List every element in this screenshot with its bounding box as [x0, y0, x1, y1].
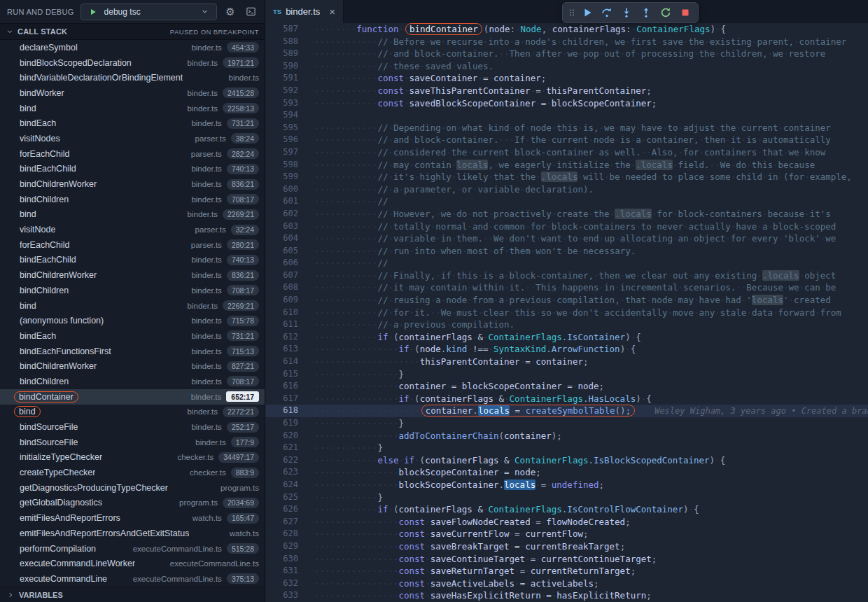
code-line[interactable]: 602············//·However,·we·do·not·pro…: [265, 208, 868, 220]
code-line[interactable]: 610············//·for·it.··We·must·clear…: [265, 307, 868, 319]
line-number[interactable]: 603: [265, 220, 298, 233]
line-number[interactable]: 601: [265, 195, 298, 208]
call-stack-frame[interactable]: bindVariableDeclarationOrBindingElementb…: [0, 70, 265, 85]
line-number[interactable]: 599: [265, 171, 298, 183]
code-line[interactable]: 603············//·totally·normal·and·com…: [265, 220, 868, 233]
code-line[interactable]: 611············//·a·previous·compilation…: [265, 318, 868, 331]
code-line[interactable]: 598············//·may·contain·locals,·we…: [265, 159, 868, 172]
line-number[interactable]: 632: [265, 578, 298, 590]
close-icon[interactable]: ×: [329, 6, 335, 17]
line-number[interactable]: 627: [265, 516, 298, 528]
line-number[interactable]: 624: [265, 479, 298, 491]
line-number[interactable]: 587: [265, 23, 298, 36]
editor-code[interactable]: 587········function·bindContainer(node:·…: [265, 23, 868, 602]
code-line[interactable]: 628················const·saveCurrentFlow…: [265, 528, 868, 540]
code-line[interactable]: 629················const·saveBreakTarget…: [265, 540, 868, 553]
code-line[interactable]: 600············//·a·parameter,·or·variab…: [265, 183, 868, 196]
line-number[interactable]: 597: [265, 146, 298, 159]
call-stack-frame[interactable]: getDiagnosticsProducingTypeCheckerprogra…: [0, 480, 265, 496]
call-stack-frame[interactable]: bindBlockScopedDeclarationbinder.ts1971:…: [0, 55, 265, 71]
call-stack-frame[interactable]: bindbinder.ts2269:21: [0, 207, 265, 223]
step-over-button[interactable]: [597, 4, 616, 21]
code-line[interactable]: 605············//·run·into·when·most·of·…: [265, 245, 868, 258]
line-number[interactable]: 617: [265, 393, 298, 405]
line-number[interactable]: 606: [265, 257, 298, 270]
code-line[interactable]: 621············}: [265, 442, 868, 454]
line-number[interactable]: 596: [265, 134, 298, 146]
continue-button[interactable]: [578, 4, 596, 21]
call-stack-frame[interactable]: forEachChildparser.ts282:24: [0, 146, 265, 162]
line-number[interactable]: 633: [265, 589, 298, 602]
call-stack-frame[interactable]: bindbinder.ts2258:13: [0, 101, 265, 116]
code-line[interactable]: 590············//·these·saved·values.: [265, 60, 868, 73]
step-into-button[interactable]: [617, 4, 636, 21]
call-stack-frame[interactable]: bindEachChildbinder.ts740:13: [0, 162, 265, 177]
call-stack-frame[interactable]: declareSymbolbinder.ts454:33: [0, 40, 265, 55]
line-number[interactable]: 609: [265, 294, 298, 307]
call-stack-frame[interactable]: performCompilationexecuteCommandLine.ts5…: [0, 541, 265, 556]
code-line[interactable]: 594: [265, 109, 868, 122]
line-number[interactable]: 618: [265, 405, 298, 417]
code-line[interactable]: 609············//·reusing·a·node·from·a·…: [265, 294, 868, 307]
line-number[interactable]: 619: [265, 417, 298, 430]
line-number[interactable]: 613: [265, 343, 298, 356]
line-number[interactable]: 614: [265, 356, 298, 368]
line-number[interactable]: 623: [265, 466, 298, 479]
code-line[interactable]: 591············const·saveContainer·=·con…: [265, 72, 868, 85]
line-number[interactable]: 592: [265, 85, 298, 97]
code-line[interactable]: 607············//·Finally,·if·this·is·a·…: [265, 270, 868, 282]
line-number[interactable]: 625: [265, 491, 298, 504]
line-number[interactable]: 589: [265, 48, 298, 60]
code-line[interactable]: 595············//·Depending·on·what·kind…: [265, 122, 868, 134]
line-number[interactable]: 588: [265, 36, 298, 48]
line-number[interactable]: 612: [265, 331, 298, 344]
line-number[interactable]: 594: [265, 109, 298, 122]
code-line[interactable]: 589············//·and·block-container.··…: [265, 48, 868, 60]
line-number[interactable]: 590: [265, 60, 298, 73]
call-stack-frame[interactable]: bindEachFunctionsFirstbinder.ts715:13: [0, 344, 265, 359]
call-stack-frame[interactable]: bindEachbinder.ts731:21: [0, 328, 265, 344]
call-stack-frame[interactable]: bindChildrenWorkerbinder.ts827:21: [0, 358, 265, 374]
call-stack-frame[interactable]: bindSourceFilebinder.ts252:17: [0, 419, 265, 435]
call-stack-frame[interactable]: bindContainerbinder.ts652:17: [0, 389, 265, 405]
code-line[interactable]: 593············const·savedBlockScopeCont…: [265, 97, 868, 110]
call-stack-frame[interactable]: bindEachbinder.ts731:21: [0, 115, 265, 131]
code-line[interactable]: 617················if·(containerFlags·&·…: [265, 393, 868, 405]
call-stack-frame[interactable]: bindbinder.ts2269:21: [0, 298, 265, 314]
line-number[interactable]: 598: [265, 159, 298, 172]
code-line[interactable]: 608············//·it·may·contain·within·…: [265, 281, 868, 294]
call-stack-frame[interactable]: forEachChildparser.ts280:21: [0, 237, 265, 253]
line-number[interactable]: 593: [265, 97, 298, 110]
call-stack-frame[interactable]: bindChildrenbinder.ts708:17: [0, 283, 265, 298]
code-line[interactable]: 588············//·Before·we·recurse·into…: [265, 36, 868, 48]
line-number[interactable]: 620: [265, 430, 298, 442]
code-line[interactable]: 601············//: [265, 195, 868, 208]
drag-handle[interactable]: [566, 4, 577, 21]
call-stack-section-header[interactable]: CALL STACK PAUSED ON BREAKPOINT: [0, 23, 265, 40]
line-number[interactable]: 630: [265, 553, 298, 566]
code-line[interactable]: 616················container·=·blockScop…: [265, 380, 868, 393]
debug-console-icon[interactable]: [244, 5, 258, 19]
code-line[interactable]: 631················const·saveReturnTarge…: [265, 565, 868, 578]
code-line[interactable]: 622············else·if·(containerFlags·&…: [265, 454, 868, 467]
code-line[interactable]: 620················addToContainerChain(c…: [265, 430, 868, 442]
line-number[interactable]: 591: [265, 72, 298, 85]
call-stack-frame[interactable]: bindEachChildbinder.ts740:13: [0, 253, 265, 268]
line-number[interactable]: 604: [265, 232, 298, 245]
code-line[interactable]: 614····················thisParentContain…: [265, 356, 868, 368]
code-line[interactable]: 630················const·saveContinueTar…: [265, 553, 868, 566]
code-line[interactable]: 625············}: [265, 491, 868, 504]
code-line[interactable]: 592············const·saveThisParentConta…: [265, 85, 868, 97]
code-line[interactable]: 626············if·(containerFlags·&·Cont…: [265, 503, 868, 516]
line-number[interactable]: 608: [265, 281, 298, 294]
call-stack-frame[interactable]: bindChildrenWorkerbinder.ts836:21: [0, 267, 265, 283]
call-stack-frame[interactable]: bindChildrenbinder.ts708:17: [0, 192, 265, 207]
call-stack-frame[interactable]: bindbinder.ts2272:21: [0, 405, 265, 420]
call-stack-frame[interactable]: createTypeCheckerchecker.ts883:9: [0, 465, 265, 480]
restart-button[interactable]: [656, 4, 675, 21]
line-number[interactable]: 615: [265, 368, 298, 381]
line-number[interactable]: 616: [265, 380, 298, 393]
call-stack-frame[interactable]: bindChildrenbinder.ts708:17: [0, 374, 265, 389]
code-line[interactable]: 597············//·considered·the·current…: [265, 146, 868, 159]
call-stack-frame[interactable]: emitFilesAndReportErrorswatch.ts165:47: [0, 510, 265, 526]
